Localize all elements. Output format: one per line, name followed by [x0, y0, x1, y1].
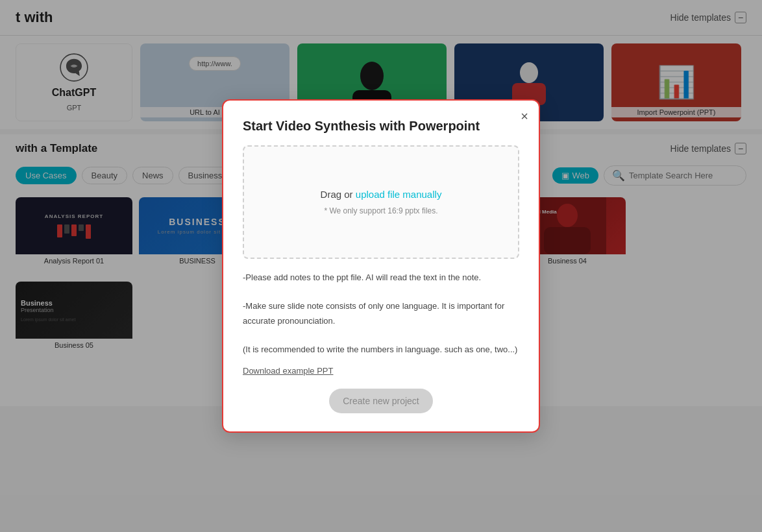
instructions-block: -Please add notes to the ppt file. AI wi…	[243, 271, 519, 357]
download-example-link[interactable]: Download example PPT	[243, 366, 519, 376]
modal-dialog: × Start Video Synthesis with Powerpoint …	[222, 99, 540, 433]
modal-close-button[interactable]: ×	[521, 110, 528, 123]
modal-overlay: × Start Video Synthesis with Powerpoint …	[0, 0, 762, 532]
upload-area[interactable]: Drag or upload file manually * We only s…	[243, 145, 519, 259]
upload-drag-text: Drag or upload file manually	[321, 189, 442, 200]
upload-note: * We only support 16:9 pptx files.	[324, 206, 437, 215]
instruction-3: (It is recommended to write the numbers …	[243, 343, 519, 357]
upload-file-link[interactable]: upload file manually	[356, 189, 442, 200]
instruction-1: -Please add notes to the ppt file. AI wi…	[243, 271, 519, 285]
create-project-button[interactable]: Create new project	[329, 389, 433, 413]
instruction-2: -Make sure slide note consists of only o…	[243, 299, 519, 328]
modal-title: Start Video Synthesis with Powerpoint	[243, 119, 519, 134]
